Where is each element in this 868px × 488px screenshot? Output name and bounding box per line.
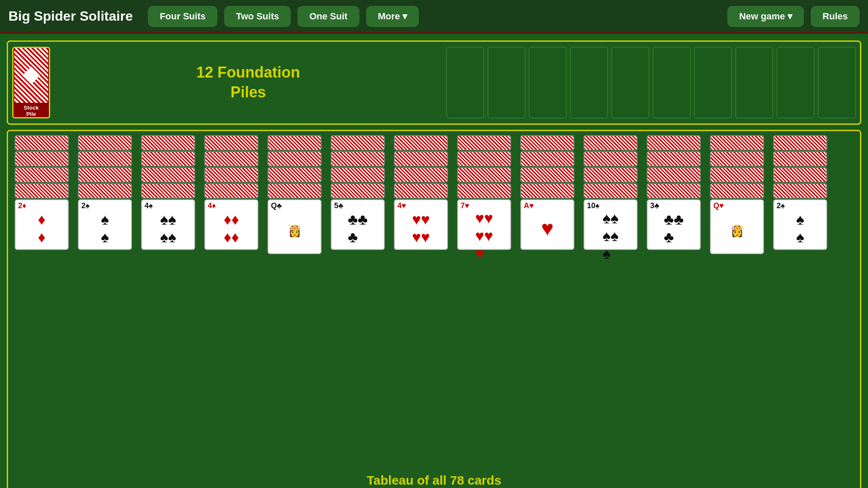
card-back xyxy=(15,167,69,182)
card-back xyxy=(520,151,574,166)
card-rank-top: 2♠ xyxy=(777,202,824,209)
foundation-slot-8[interactable] xyxy=(735,47,773,118)
card-center: 👸 xyxy=(713,209,761,252)
card-back xyxy=(78,135,132,150)
card-back xyxy=(204,135,258,150)
foundation-slot-2[interactable] xyxy=(488,47,525,118)
card-back xyxy=(331,183,385,198)
card-back xyxy=(15,135,69,150)
tableau-col-11: 3♣ ♣♣♣ xyxy=(644,135,703,250)
card-face-ah[interactable]: A♥ ♥ xyxy=(520,199,574,250)
stock-diamond-icon xyxy=(22,67,40,84)
card-center: ♥♥♥♥ xyxy=(397,209,445,247)
card-center: ♠♠ xyxy=(81,209,129,247)
card-back xyxy=(331,135,385,150)
card-back xyxy=(457,151,511,166)
card-face-4s[interactable]: 4♠ ♠♠♠♠ xyxy=(141,199,195,250)
card-back xyxy=(773,183,827,198)
card-face-10s[interactable]: 10♠ ♠♠♠♠♠ xyxy=(584,199,638,250)
foundation-slot-1[interactable] xyxy=(446,47,484,118)
card-back xyxy=(78,183,132,198)
card-back xyxy=(15,151,69,166)
more-button[interactable]: More ▾ xyxy=(366,6,419,27)
card-back xyxy=(141,151,195,166)
card-back xyxy=(647,151,701,166)
card-back xyxy=(394,183,448,198)
tableau-col-13: 2♠ ♠♠ xyxy=(771,135,830,250)
card-back xyxy=(394,135,448,150)
two-suits-button[interactable]: Two Suits xyxy=(224,6,291,27)
foundation-slot-10[interactable] xyxy=(818,47,856,118)
stock-pile[interactable]: StockPile xyxy=(12,47,50,118)
card-face-4d[interactable]: 4♦ ♦♦♦♦ xyxy=(204,199,258,250)
card-center: ♣♣♣ xyxy=(650,209,697,247)
card-center: ♦♦ xyxy=(18,209,65,247)
card-back xyxy=(520,167,574,182)
card-rank-top: A♥ xyxy=(524,202,571,209)
card-back xyxy=(141,135,195,150)
card-back xyxy=(710,167,764,182)
foundation-slot-9[interactable] xyxy=(777,47,814,118)
tableau-col-12: Q♥ 👸 xyxy=(707,135,766,254)
card-back xyxy=(710,135,764,150)
tableau-col-1: 2♦ ♦♦ xyxy=(12,135,71,250)
tableau-col-5: Q♣ 👸 xyxy=(265,135,324,254)
tableau-col-2: 2♠ ♠♠ xyxy=(75,135,134,250)
card-back xyxy=(584,183,638,198)
card-back xyxy=(78,151,132,166)
card-back xyxy=(394,151,448,166)
card-back xyxy=(457,135,511,150)
foundation-slot-6[interactable] xyxy=(653,47,691,118)
foundation-area: StockPile 12 FoundationPiles xyxy=(7,40,861,125)
card-rank-top: 4♦ xyxy=(208,202,255,209)
tableau-label: Tableau of all 78 cards xyxy=(12,473,856,488)
card-face-2s[interactable]: 2♠ ♠♠ xyxy=(78,199,132,250)
foundation-slot-7[interactable] xyxy=(694,47,732,118)
card-face-7h[interactable]: 7♥ ♥♥♥♥♥ xyxy=(457,199,511,250)
card-center: ♠♠ xyxy=(777,209,824,247)
card-back xyxy=(78,167,132,182)
card-face-3c[interactable]: 3♣ ♣♣♣ xyxy=(647,199,701,250)
foundation-slot-3[interactable] xyxy=(529,47,567,118)
card-face-2s2[interactable]: 2♠ ♠♠ xyxy=(773,199,827,250)
card-back xyxy=(394,167,448,182)
four-suits-button[interactable]: Four Suits xyxy=(148,6,217,27)
card-center: ♥ xyxy=(524,209,571,247)
new-game-button[interactable]: New game ▾ xyxy=(727,6,804,27)
main-area: StockPile 12 FoundationPiles 2♦ ♦♦ xyxy=(0,34,868,488)
tableau-col-3: 4♠ ♠♠♠♠ xyxy=(139,135,198,250)
card-back xyxy=(710,151,764,166)
tableau-col-8: 7♥ ♥♥♥♥♥ xyxy=(455,135,514,250)
card-face-qc[interactable]: Q♣ 👸 xyxy=(268,199,321,254)
app-title: Big Spider Solitaire xyxy=(8,8,133,24)
tableau-col-6: 5♣ ♣♣♣ xyxy=(328,135,387,250)
card-back xyxy=(773,167,827,182)
card-rank-top: 5♣ xyxy=(334,202,381,209)
card-back xyxy=(520,135,574,150)
card-face-2d[interactable]: 2♦ ♦♦ xyxy=(15,199,69,250)
card-face-5c[interactable]: 5♣ ♣♣♣ xyxy=(331,199,385,250)
card-back xyxy=(710,183,764,198)
rules-button[interactable]: Rules xyxy=(811,6,860,27)
card-back xyxy=(268,183,321,198)
card-face-4h[interactable]: 4♥ ♥♥♥♥ xyxy=(394,199,448,250)
foundation-slot-5[interactable] xyxy=(611,47,649,118)
stock-pattern xyxy=(14,48,48,103)
card-rank-top: 2♠ xyxy=(81,202,129,209)
card-back xyxy=(584,135,638,150)
card-rank-top: 2♦ xyxy=(18,202,65,209)
card-rank-top: 7♥ xyxy=(461,202,508,209)
card-back xyxy=(331,151,385,166)
card-back xyxy=(520,183,574,198)
card-rank-top: Q♥ xyxy=(713,202,761,209)
one-suit-button[interactable]: One Suit xyxy=(297,6,359,27)
card-back xyxy=(268,135,321,150)
card-center: 👸 xyxy=(271,209,318,252)
card-back xyxy=(204,167,258,182)
foundation-slot-4[interactable] xyxy=(570,47,608,118)
card-center: ♥♥♥♥♥ xyxy=(461,209,508,263)
card-face-qh[interactable]: Q♥ 👸 xyxy=(710,199,764,254)
tableau-col-9: A♥ ♥ xyxy=(518,135,577,250)
card-back xyxy=(331,167,385,182)
foundation-label: 12 FoundationPiles xyxy=(54,63,443,102)
